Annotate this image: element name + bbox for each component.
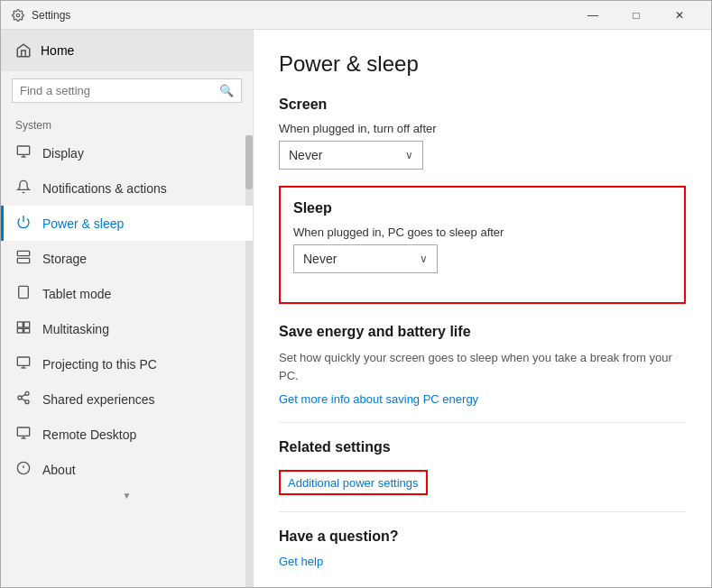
settings-window: Settings — □ ✕ Home 🔍 Sy bbox=[0, 0, 712, 588]
scroll-down[interactable]: ▼ bbox=[1, 487, 253, 502]
sidebar-item-notifications[interactable]: Notifications & actions bbox=[1, 170, 253, 206]
energy-section-title: Save energy and battery life bbox=[279, 324, 686, 340]
power-icon bbox=[15, 215, 32, 232]
close-button[interactable]: ✕ bbox=[659, 1, 700, 30]
screen-section: Screen When plugged in, turn off after N… bbox=[279, 96, 686, 170]
sidebar-items: Display Notifications & actions Power & … bbox=[1, 135, 253, 587]
home-label: Home bbox=[41, 43, 74, 58]
storage-icon bbox=[15, 250, 32, 267]
sidebar-item-shared[interactable]: Shared experiences bbox=[1, 381, 253, 417]
svg-rect-12 bbox=[24, 322, 30, 327]
svg-rect-6 bbox=[17, 258, 29, 262]
screen-field-label: When plugged in, turn off after bbox=[279, 122, 686, 135]
content-area: Home 🔍 System Display bbox=[1, 30, 711, 587]
sidebar-item-storage[interactable]: Storage bbox=[1, 241, 253, 276]
sidebar-section-label: System bbox=[1, 110, 253, 135]
sleep-dropdown-arrow: ∨ bbox=[420, 253, 428, 265]
sidebar-home-item[interactable]: Home bbox=[1, 30, 253, 71]
search-icon: 🔍 bbox=[219, 84, 234, 97]
sleep-field-label: When plugged in, PC goes to sleep after bbox=[293, 225, 671, 239]
sidebar-item-label-notifications: Notifications & actions bbox=[42, 181, 167, 196]
display-icon bbox=[15, 144, 32, 161]
sidebar-item-projecting[interactable]: Projecting to this PC bbox=[1, 346, 253, 381]
svg-point-20 bbox=[25, 400, 29, 404]
svg-rect-15 bbox=[17, 357, 29, 365]
multitasking-icon bbox=[15, 320, 32, 337]
title-bar-controls: — □ ✕ bbox=[572, 1, 700, 30]
sidebar-item-about[interactable]: About bbox=[1, 452, 253, 487]
additional-power-settings-link[interactable]: Additional power settings bbox=[288, 476, 419, 490]
screen-dropdown-value: Never bbox=[289, 148, 322, 162]
title-bar: Settings — □ ✕ bbox=[1, 1, 711, 30]
sidebar-item-tablet[interactable]: Tablet mode bbox=[1, 276, 253, 311]
sidebar-item-multitasking[interactable]: Multitasking bbox=[1, 311, 253, 346]
window-title: Settings bbox=[32, 9, 70, 22]
sleep-section: Sleep When plugged in, PC goes to sleep … bbox=[279, 186, 686, 304]
svg-rect-14 bbox=[24, 328, 30, 333]
sidebar-item-label-shared: Shared experiences bbox=[42, 392, 155, 407]
sidebar-item-remote[interactable]: Remote Desktop bbox=[1, 417, 253, 452]
divider-1 bbox=[279, 422, 686, 423]
sidebar-item-label-tablet: Tablet mode bbox=[42, 287, 111, 301]
svg-rect-1 bbox=[17, 146, 29, 154]
sidebar-item-label-projecting: Projecting to this PC bbox=[42, 357, 157, 372]
home-icon bbox=[15, 42, 32, 59]
shared-icon bbox=[15, 390, 32, 408]
svg-line-21 bbox=[22, 399, 26, 401]
page-title: Power & sleep bbox=[279, 51, 686, 77]
about-icon bbox=[15, 461, 32, 478]
sidebar-item-power[interactable]: Power & sleep bbox=[1, 206, 253, 241]
search-input[interactable] bbox=[20, 84, 214, 97]
svg-point-18 bbox=[25, 391, 29, 395]
minimize-button[interactable]: — bbox=[572, 1, 614, 30]
sidebar: Home 🔍 System Display bbox=[1, 30, 254, 587]
projecting-icon bbox=[15, 355, 32, 372]
question-section-title: Have a question? bbox=[279, 528, 686, 545]
divider-2 bbox=[279, 511, 686, 512]
svg-rect-11 bbox=[17, 322, 23, 327]
sleep-section-title: Sleep bbox=[293, 200, 671, 216]
sidebar-item-label-multitasking: Multitasking bbox=[42, 322, 109, 336]
related-link-box: Additional power settings bbox=[279, 470, 428, 495]
get-help-link[interactable]: Get help bbox=[279, 555, 323, 568]
svg-point-0 bbox=[16, 14, 20, 17]
maximize-button[interactable]: □ bbox=[615, 1, 657, 30]
svg-rect-23 bbox=[17, 427, 29, 436]
svg-point-19 bbox=[18, 396, 22, 400]
screen-dropdown-arrow: ∨ bbox=[405, 149, 413, 161]
question-section: Have a question? Get help bbox=[279, 528, 686, 568]
svg-line-22 bbox=[22, 394, 26, 397]
sidebar-item-display[interactable]: Display bbox=[1, 135, 253, 170]
energy-link[interactable]: Get more info about saving PC energy bbox=[279, 392, 478, 406]
sidebar-item-label-remote: Remote Desktop bbox=[42, 427, 136, 442]
sidebar-item-label-about: About bbox=[42, 463, 76, 477]
related-section-title: Related settings bbox=[279, 439, 686, 455]
gear-icon bbox=[12, 9, 24, 22]
sidebar-item-label-power: Power & sleep bbox=[42, 216, 124, 231]
svg-rect-13 bbox=[17, 328, 23, 333]
search-box[interactable]: 🔍 bbox=[12, 78, 242, 103]
sleep-dropdown-value: Never bbox=[303, 252, 337, 266]
related-section: Related settings Additional power settin… bbox=[279, 439, 686, 495]
sidebar-item-label-storage: Storage bbox=[42, 252, 87, 266]
energy-section: Save energy and battery life Set how qui… bbox=[279, 324, 686, 406]
sidebar-item-label-display: Display bbox=[42, 146, 84, 161]
svg-rect-5 bbox=[17, 251, 29, 255]
main-content: Power & sleep Screen When plugged in, tu… bbox=[254, 30, 711, 587]
tablet-icon bbox=[15, 285, 32, 302]
screen-dropdown[interactable]: Never ∨ bbox=[279, 141, 423, 170]
notifications-icon bbox=[15, 179, 32, 197]
screen-section-title: Screen bbox=[279, 96, 686, 113]
title-bar-left: Settings bbox=[12, 9, 70, 22]
energy-description: Set how quickly your screen goes to slee… bbox=[279, 349, 686, 384]
remote-icon bbox=[15, 426, 32, 443]
sleep-dropdown[interactable]: Never ∨ bbox=[293, 244, 438, 273]
